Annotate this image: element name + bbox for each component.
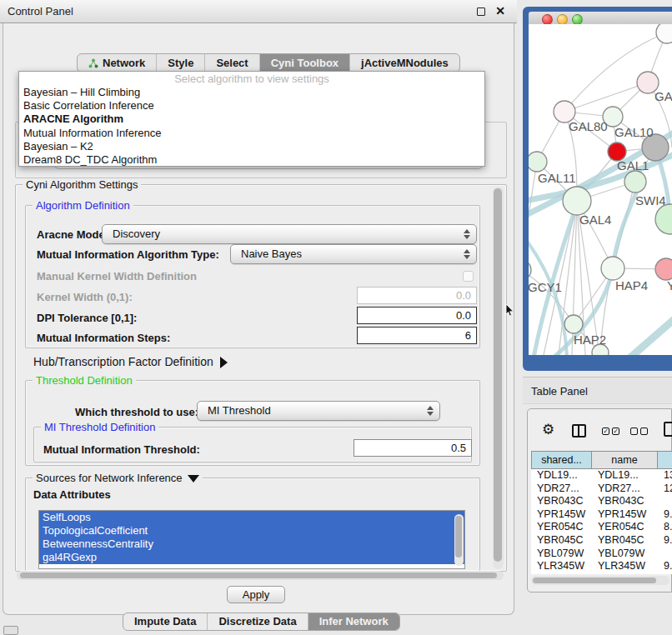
attributes-scrollbar-thumb[interactable] bbox=[455, 516, 462, 558]
table-row[interactable]: YLR345WYLR345W9. bbox=[531, 560, 672, 573]
mi-type-combobox[interactable]: Naive Bayes bbox=[230, 244, 477, 264]
table-cell[interactable]: YDL19... bbox=[592, 469, 658, 482]
table-horizontal-scrollbar[interactable] bbox=[531, 576, 669, 585]
algorithm-option[interactable]: Dream8 DC_TDC Algorithm bbox=[19, 153, 484, 167]
export-table-icon[interactable] bbox=[664, 422, 672, 437]
table-row[interactable]: YER054CYER054C8. bbox=[531, 521, 672, 534]
table-cell[interactable]: YBR043C bbox=[592, 495, 658, 508]
network-node-pink-right[interactable] bbox=[655, 258, 672, 280]
table-cell[interactable]: YER054C bbox=[531, 521, 592, 534]
settings-hscrollbar-thumb[interactable] bbox=[20, 572, 497, 578]
gear-icon[interactable]: ⚙ bbox=[542, 422, 554, 437]
attribute-list-item[interactable]: SelfLoops bbox=[39, 511, 464, 524]
network-view-window[interactable]: GALGAL80GAL10GAL1GAL11SWI4GAL4HAP4YGCY1H… bbox=[523, 7, 672, 371]
table-cell[interactable]: YLR345W bbox=[592, 560, 658, 573]
tab-jactivemnodules[interactable]: jActiveMNodules bbox=[349, 54, 459, 72]
table-row[interactable]: YDR27...YDR27...12 bbox=[531, 482, 672, 496]
network-edge[interactable] bbox=[529, 270, 574, 324]
settings-horizontal-scrollbar[interactable] bbox=[17, 571, 504, 580]
algorithm-option[interactable]: Mutual Information Inference bbox=[19, 127, 484, 140]
table-row[interactable]: YDL19...YDL19...13 bbox=[531, 469, 672, 482]
split-columns-icon[interactable] bbox=[572, 424, 586, 438]
table-cell[interactable]: 9. bbox=[658, 534, 672, 548]
settings-scrollbar-thumb[interactable] bbox=[494, 188, 502, 562]
table-cell[interactable]: 9. bbox=[658, 573, 672, 574]
table-cell[interactable]: 8. bbox=[658, 521, 672, 534]
table-cell[interactable]: 12 bbox=[658, 482, 672, 496]
network-node-hap2[interactable] bbox=[564, 315, 583, 333]
table-cell[interactable]: YER054C bbox=[592, 521, 658, 534]
table-cell[interactable]: YDL19... bbox=[531, 469, 592, 482]
network-node-hap4[interactable] bbox=[601, 257, 624, 280]
sources-group-label[interactable]: Sources for Network Inference bbox=[33, 472, 203, 484]
table-cell[interactable] bbox=[658, 495, 672, 508]
table-cell[interactable]: 13 bbox=[658, 469, 672, 482]
algorithm-option[interactable]: Bayesian – K2 bbox=[19, 140, 484, 153]
table-cell[interactable] bbox=[658, 548, 672, 561]
table-cell[interactable]: YIL053C bbox=[531, 573, 592, 574]
table-cell[interactable]: YPR145W bbox=[531, 508, 592, 522]
tab-discretize-data[interactable]: Discretize Data bbox=[207, 613, 307, 630]
table-cell[interactable]: YPR145W bbox=[592, 508, 658, 522]
table-cell[interactable]: 9. bbox=[658, 560, 672, 573]
aracne-mode-combobox[interactable]: Discovery bbox=[102, 224, 477, 244]
select-all-icon[interactable]: ✓ ✓ bbox=[602, 428, 619, 435]
network-canvas[interactable]: GALGAL80GAL10GAL1GAL11SWI4GAL4HAP4YGCY1H… bbox=[529, 24, 672, 355]
network-edge-thick[interactable] bbox=[630, 318, 672, 355]
table-row[interactable]: YBL079WYBL079W bbox=[531, 548, 672, 561]
network-node-gal4[interactable] bbox=[563, 187, 591, 215]
apply-button[interactable]: Apply bbox=[227, 586, 285, 603]
table-cell[interactable]: YLR345W bbox=[531, 560, 592, 573]
dpi-tolerance-label: DPI Tolerance [0,1]: bbox=[37, 312, 137, 324]
tab-impute-data[interactable]: Impute Data bbox=[123, 613, 207, 630]
tab-cyni-toolbox[interactable]: Cyni Toolbox bbox=[259, 54, 349, 72]
algorithm-option[interactable]: Basic Correlation Inference bbox=[19, 99, 484, 112]
hub-definition-label: Hub/Transcription Factor Definition bbox=[33, 355, 213, 368]
manual-kernel-checkbox[interactable] bbox=[463, 271, 474, 282]
attribute-list-item[interactable]: TopologicalCoefficient bbox=[39, 524, 464, 538]
tab-style[interactable]: Style bbox=[156, 54, 204, 72]
minimized-panel-icon[interactable] bbox=[3, 626, 18, 635]
hub-definition-toggle[interactable]: Hub/Transcription Factor Definition bbox=[33, 355, 228, 368]
which-threshold-label: Which threshold to use: bbox=[75, 406, 198, 418]
float-window-icon[interactable] bbox=[477, 8, 485, 16]
table-row[interactable]: YBR045CYBR045C9. bbox=[531, 534, 672, 548]
which-threshold-combobox[interactable]: MI Threshold bbox=[197, 401, 440, 421]
table-cell[interactable]: YDR27... bbox=[531, 482, 592, 496]
mi-steps-input[interactable]: 6 bbox=[357, 327, 477, 344]
dpi-tolerance-input[interactable]: 0.0 bbox=[357, 307, 477, 324]
table-cell[interactable]: YBL079W bbox=[592, 548, 658, 561]
network-node-gal11[interactable] bbox=[529, 152, 547, 172]
table-cell[interactable]: 9. bbox=[658, 508, 672, 522]
table-row[interactable]: YPR145WYPR145W9. bbox=[531, 508, 672, 522]
table-cell[interactable]: YBR045C bbox=[531, 534, 592, 548]
sources-title: Sources for Network Inference bbox=[36, 472, 183, 484]
column-header-partial[interactable] bbox=[658, 451, 672, 469]
mi-threshold-input[interactable]: 0.5 bbox=[354, 439, 472, 457]
network-node-big-green[interactable] bbox=[655, 204, 672, 234]
tab-network[interactable]: Network bbox=[78, 54, 156, 72]
algorithm-option[interactable]: Bayesian – Hill Climbing bbox=[19, 86, 484, 99]
algorithm-option[interactable]: ARACNE Algorithm bbox=[19, 112, 484, 126]
attribute-list-item[interactable]: BetweennessCentrality bbox=[39, 538, 464, 551]
table-cell[interactable]: YDR27... bbox=[592, 482, 658, 496]
kernel-width-input[interactable]: 0.0 bbox=[357, 287, 477, 304]
deselect-all-icon[interactable] bbox=[630, 428, 648, 435]
network-node-node-top[interactable] bbox=[656, 24, 672, 43]
tab-infer-network[interactable]: Infer Network bbox=[308, 613, 399, 630]
column-header-shared-name[interactable]: shared... bbox=[531, 451, 592, 469]
table-hscrollbar-thumb[interactable] bbox=[533, 578, 656, 583]
table-cell[interactable]: YBL079W bbox=[531, 548, 592, 561]
table-cell[interactable]: YBR043C bbox=[531, 495, 592, 508]
settings-vertical-scrollbar[interactable] bbox=[493, 187, 504, 569]
column-header-name[interactable]: name bbox=[592, 451, 658, 469]
attribute-list-item[interactable]: gal4RGexp bbox=[39, 551, 464, 564]
network-node-swi4[interactable] bbox=[624, 171, 646, 192]
table-cell[interactable]: YIL053C bbox=[592, 573, 658, 574]
attributes-scrollbar[interactable] bbox=[454, 514, 464, 566]
table-cell[interactable]: YBR045C bbox=[592, 534, 658, 548]
table-row[interactable]: YIL053CYIL053C9. bbox=[531, 573, 672, 574]
tab-select[interactable]: Select bbox=[204, 54, 258, 72]
table-row[interactable]: YBR043CYBR043C bbox=[531, 495, 672, 508]
close-icon[interactable]: ✕ bbox=[495, 4, 505, 18]
